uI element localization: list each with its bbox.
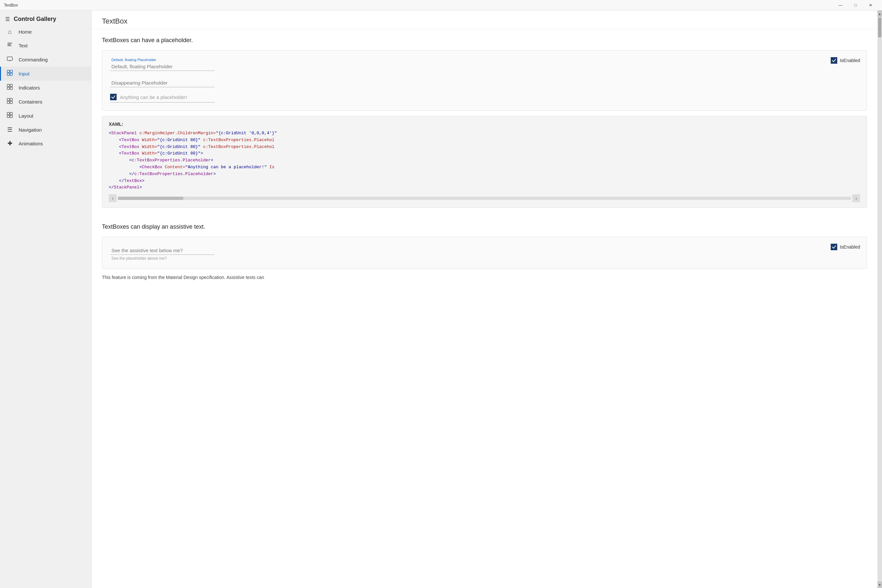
demo-box-placeholder: IsEnabled Default, floating Placeholder: [102, 50, 867, 111]
main-scrollbar: ▲ ▼: [878, 10, 882, 588]
svg-rect-2: [8, 45, 11, 46]
xaml-label: XAML:: [109, 122, 860, 127]
input-icon: [6, 70, 14, 77]
code-line-2: <TextBox Width="{c:GridUnit 80}" c:TextB…: [109, 137, 860, 144]
is-enabled-checkbox[interactable]: [831, 57, 837, 64]
svg-rect-9: [7, 84, 9, 87]
page-title: TextBox: [92, 10, 878, 29]
sidebar-item-layout[interactable]: Layout: [0, 109, 91, 123]
sidebar-label-indicators: Indicators: [19, 85, 40, 90]
section1-title: TextBoxes can have a placeholder.: [102, 37, 867, 44]
is-enabled-container-2: IsEnabled: [831, 244, 860, 250]
commanding-icon: [6, 56, 14, 63]
is-enabled-container: IsEnabled: [831, 57, 860, 64]
code-line-4: <TextBox Width="{c:GridUnit 80}">: [109, 150, 860, 157]
svg-rect-5: [7, 70, 9, 72]
sidebar-item-navigation[interactable]: ☰ Navigation: [0, 123, 91, 136]
scroll-track[interactable]: [118, 196, 851, 200]
svg-rect-14: [10, 98, 12, 100]
close-button[interactable]: ✕: [863, 0, 878, 10]
scroll-thumb-vertical: [878, 18, 881, 37]
svg-rect-7: [7, 73, 9, 75]
svg-rect-6: [10, 70, 12, 72]
scroll-left-button[interactable]: ‹: [109, 194, 117, 202]
code-line-3: <TextBox Width="{c:GridUnit 80}" c:TextB…: [109, 144, 860, 151]
layout-icon: [6, 112, 14, 120]
code-line-5: <c:TextBoxProperties.Placeholder>: [109, 157, 860, 164]
scroll-down-arrow[interactable]: ▼: [878, 582, 882, 588]
svg-rect-16: [10, 101, 12, 104]
checkbox-placeholder-label: Anything can be a placeholder!: [120, 94, 187, 100]
window-controls: — □ ✕: [833, 0, 878, 10]
code-line-6: <CheckBox Content="Anything can be a pla…: [109, 164, 860, 171]
navigation-icon: ☰: [6, 126, 14, 133]
sidebar-item-input[interactable]: Input: [0, 67, 91, 81]
sidebar-item-indicators[interactable]: Indicators: [0, 81, 91, 95]
svg-rect-8: [10, 73, 12, 75]
svg-rect-3: [7, 57, 12, 60]
svg-rect-13: [7, 98, 9, 100]
svg-rect-10: [10, 84, 12, 87]
sidebar-title: Control Gallery: [14, 16, 56, 22]
sidebar: ☰ Control Gallery ⌂ Home Text Commanding…: [0, 10, 92, 588]
code-scrollbar: ‹ ›: [109, 194, 860, 202]
sidebar-label-containers: Containers: [19, 99, 42, 105]
sidebar-item-home[interactable]: ⌂ Home: [0, 25, 91, 39]
section-placeholder: TextBoxes can have a placeholder. IsEnab…: [92, 29, 878, 216]
hamburger-icon[interactable]: ☰: [5, 16, 10, 22]
svg-rect-17: [7, 112, 9, 115]
textbox-disappearing-placeholder[interactable]: [110, 77, 214, 87]
code-line-8: </TextBox>: [109, 178, 860, 184]
floating-label: Default, floating Placeholder: [111, 58, 156, 62]
svg-rect-12: [10, 87, 12, 90]
scroll-thumb: [118, 196, 183, 200]
sidebar-item-containers[interactable]: Containers: [0, 95, 91, 109]
sidebar-label-navigation: Navigation: [19, 127, 42, 133]
sidebar-item-commanding[interactable]: Commanding: [0, 52, 91, 67]
maximize-button[interactable]: □: [848, 0, 863, 10]
svg-rect-0: [8, 43, 12, 44]
title-bar: TextBox — □ ✕: [0, 0, 882, 10]
svg-rect-11: [7, 87, 9, 90]
sidebar-label-home: Home: [19, 29, 32, 34]
sidebar-label-animations: Animations: [19, 141, 43, 146]
code-line-7: </c:TextBoxProperties.Placeholder>: [109, 171, 860, 178]
indicators-icon: [6, 84, 14, 92]
svg-rect-18: [10, 112, 12, 115]
sidebar-label-text: Text: [19, 43, 28, 48]
is-enabled-checkbox-2[interactable]: [831, 244, 837, 250]
animations-icon: ✚: [6, 140, 14, 147]
section2-description: This feature is coming from the Material…: [102, 274, 867, 281]
containers-icon: [6, 98, 14, 105]
app-layout: ☰ Control Gallery ⌂ Home Text Commanding…: [0, 10, 882, 588]
code-line-9: </StackPanel>: [109, 184, 860, 191]
scroll-up-arrow[interactable]: ▲: [878, 10, 882, 17]
svg-rect-20: [10, 116, 12, 118]
scroll-track-vertical[interactable]: [878, 17, 882, 582]
assistive-input-container: See the placeholder above me?: [110, 245, 214, 261]
section-assistive: TextBoxes can display an assistive text.…: [92, 216, 878, 289]
xaml-block: XAML: <StackPanel c:MarginHelper.Childre…: [102, 116, 867, 208]
is-enabled-label: IsEnabled: [840, 58, 860, 63]
checkbox-placeholder-box[interactable]: [110, 94, 117, 100]
textbox-1-container: Default, floating Placeholder: [110, 58, 214, 71]
svg-marker-4: [9, 60, 10, 62]
svg-rect-1: [8, 44, 11, 45]
demo-box-assistive: IsEnabled See the placeholder above me?: [102, 237, 867, 269]
svg-rect-19: [7, 116, 9, 118]
window-title: TextBox: [4, 3, 18, 8]
assistive-hint-text: See the placeholder above me?: [110, 256, 214, 261]
textbox-checkbox-placeholder: Anything can be a placeholder!: [110, 94, 214, 103]
sidebar-item-animations[interactable]: ✚ Animations: [0, 136, 91, 150]
main-content: TextBox TextBoxes can have a placeholder…: [92, 10, 878, 588]
home-icon: ⌂: [6, 28, 14, 35]
section2-title: TextBoxes can display an assistive text.: [102, 224, 867, 230]
scroll-right-button[interactable]: ›: [852, 194, 860, 202]
svg-rect-15: [7, 101, 9, 104]
sidebar-item-text[interactable]: Text: [0, 39, 91, 52]
sidebar-label-input: Input: [19, 71, 29, 76]
sidebar-header: ☰ Control Gallery: [0, 10, 91, 25]
assistive-textbox[interactable]: [110, 245, 214, 255]
is-enabled-label-2: IsEnabled: [840, 244, 860, 250]
minimize-button[interactable]: —: [833, 0, 848, 10]
